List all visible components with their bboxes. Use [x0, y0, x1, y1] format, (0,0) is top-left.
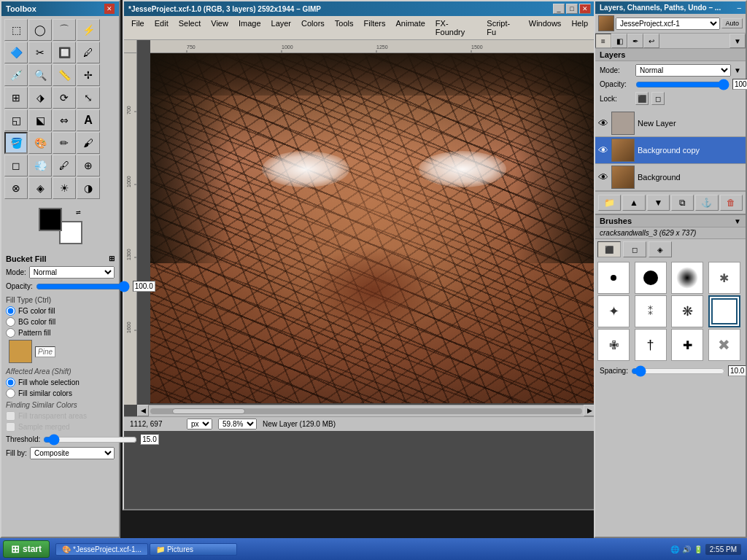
new-layer-group-btn[interactable]: 📁 — [598, 195, 621, 211]
taskbar-item-pictures[interactable]: 📁 Pictures — [150, 543, 237, 556]
scroll-left-btn[interactable]: ◀ — [137, 405, 149, 416]
tool-align[interactable]: ⊞ — [4, 87, 28, 109]
menu-image[interactable]: Image — [234, 18, 266, 38]
tool-fuzzy-select[interactable]: ⚡ — [77, 19, 100, 41]
brush-type-btn-1[interactable]: ⬛ — [597, 241, 621, 257]
tool-ellipse-select[interactable]: ◯ — [28, 19, 52, 41]
menu-layer[interactable]: Layer — [267, 18, 296, 38]
minimize-button[interactable]: _ — [553, 4, 565, 14]
pattern-fill-radio[interactable] — [6, 328, 15, 338]
menu-help[interactable]: Help — [567, 18, 592, 38]
layer-visibility-toggle[interactable]: 👁 — [598, 144, 608, 156]
start-button[interactable]: ⊞ start — [3, 540, 50, 558]
layer-opacity-slider[interactable] — [635, 81, 729, 88]
unit-select[interactable]: px — [187, 419, 212, 429]
brush-type-btn-3[interactable]: ◈ — [649, 241, 672, 257]
tool-rotate[interactable]: ⟳ — [53, 87, 76, 109]
fill-by-select[interactable]: Composite — [30, 447, 115, 459]
tool-desaturate[interactable]: ◑ — [77, 177, 100, 199]
brush-item-selected[interactable] — [708, 295, 740, 327]
lock-pixels-btn[interactable]: ⬛ — [635, 92, 649, 105]
tool-airbrush[interactable]: 💨 — [28, 155, 52, 176]
tool-color-picker[interactable]: 💉 — [4, 64, 28, 86]
file-select[interactable]: JesseProject.xcf-1 — [616, 18, 720, 30]
lock-alpha-btn[interactable]: ◻ — [651, 92, 665, 105]
menu-colors[interactable]: Colors — [297, 18, 329, 38]
layers-panel-minimize[interactable]: – — [737, 4, 741, 12]
background-color-box[interactable] — [59, 221, 82, 244]
tool-pencil[interactable]: ✏ — [53, 132, 76, 154]
threshold-slider[interactable] — [43, 435, 137, 444]
layer-item[interactable]: 👁 New Layer — [595, 110, 746, 137]
tool-measure[interactable]: 📏 — [53, 64, 76, 86]
menu-file[interactable]: File — [127, 18, 149, 38]
brush-item[interactable] — [635, 262, 667, 294]
taskbar-item-gimp[interactable]: 🎨 *JesseProject.xcf-1... — [55, 543, 148, 556]
tab-layers[interactable]: ≡ — [595, 34, 611, 48]
brushes-expand-btn[interactable]: ▼ — [734, 217, 741, 225]
canvas-area[interactable] — [150, 53, 595, 403]
lower-layer-btn[interactable]: ▼ — [647, 195, 670, 211]
brush-item[interactable] — [671, 262, 703, 294]
brush-type-btn-2[interactable]: ◻ — [623, 241, 646, 257]
tool-rect-select[interactable]: ⬚ — [4, 19, 28, 41]
tool-blend[interactable]: 🎨 — [28, 132, 52, 154]
menu-edit[interactable]: Edit — [150, 18, 173, 38]
tool-convolve[interactable]: ◈ — [28, 177, 52, 199]
tool-shear[interactable]: ◱ — [4, 109, 28, 131]
sample-merged-check[interactable] — [6, 422, 15, 432]
delete-layer-btn[interactable]: 🗑 — [720, 195, 743, 211]
menu-windows[interactable]: Windows — [525, 18, 566, 38]
tool-scissors-select[interactable]: ✂ — [28, 42, 52, 63]
brush-item[interactable] — [597, 262, 630, 294]
bucket-fill-expand[interactable]: ⊞ — [109, 254, 115, 263]
zoom-select[interactable]: 59.8% — [218, 419, 257, 429]
close-button[interactable]: ✕ — [579, 4, 591, 14]
duplicate-layer-btn[interactable]: ⧉ — [671, 195, 694, 211]
menu-fxfoundry[interactable]: FX-Foundry — [431, 18, 481, 38]
tool-scale[interactable]: ⤡ — [77, 87, 100, 109]
tab-paths[interactable]: ✒ — [627, 34, 643, 48]
tool-ink[interactable]: 🖋 — [53, 155, 76, 176]
tool-foreground-select[interactable]: 🔲 — [53, 42, 76, 63]
menu-filters[interactable]: Filters — [360, 18, 390, 38]
brush-item[interactable]: ✚ — [671, 329, 703, 361]
pattern-preview[interactable]: Pine — [9, 340, 115, 363]
menu-tools[interactable]: Tools — [330, 18, 358, 38]
tool-heal[interactable]: ⊗ — [4, 177, 28, 199]
zoom-selector[interactable]: 59.8% — [218, 419, 257, 429]
brush-item[interactable]: ⁑ — [635, 295, 667, 327]
brush-item[interactable]: ❋ — [671, 295, 703, 327]
layer-mode-select[interactable]: Normal — [635, 64, 731, 77]
opacity-slider[interactable] — [36, 282, 130, 291]
auto-button[interactable]: Auto — [721, 18, 743, 28]
maximize-button[interactable]: □ — [566, 4, 578, 14]
tool-paths[interactable]: 🖊 — [77, 42, 100, 63]
mode-expand-btn[interactable]: ▼ — [734, 66, 741, 74]
menu-animate[interactable]: Animate — [391, 18, 429, 38]
brush-item[interactable]: ✱ — [708, 262, 740, 294]
tool-zoom[interactable]: 🔍 — [28, 64, 52, 86]
fill-similar-radio[interactable] — [6, 389, 15, 398]
fg-fill-radio[interactable] — [6, 306, 15, 316]
tool-color-select[interactable]: 🔷 — [4, 42, 28, 63]
tool-paintbrush[interactable]: 🖌 — [77, 132, 100, 154]
tool-text[interactable]: A — [77, 109, 100, 131]
tool-clone[interactable]: ⊕ — [77, 155, 100, 176]
tool-perspective[interactable]: ⬕ — [28, 109, 52, 131]
tool-flip[interactable]: ⇔ — [53, 109, 76, 131]
fill-whole-radio[interactable] — [6, 378, 15, 387]
bg-fill-radio[interactable] — [6, 317, 15, 327]
fill-transparent-check[interactable] — [6, 411, 15, 421]
tool-bucket-fill[interactable]: 🪣 — [4, 132, 28, 154]
tab-channels[interactable]: ◧ — [611, 34, 627, 48]
brush-item[interactable]: ✦ — [597, 295, 630, 327]
foreground-color-box[interactable] — [39, 208, 62, 231]
swap-colors-btn[interactable]: ⇌ — [76, 209, 81, 216]
unit-selector[interactable]: px — [187, 419, 212, 429]
layer-visibility-toggle[interactable]: 👁 — [598, 117, 608, 129]
mode-select[interactable]: Normal — [29, 266, 115, 279]
layer-item[interactable]: 👁 Background — [595, 164, 746, 191]
tab-undo[interactable]: ↩ — [643, 34, 659, 48]
spacing-slider[interactable] — [631, 368, 725, 375]
